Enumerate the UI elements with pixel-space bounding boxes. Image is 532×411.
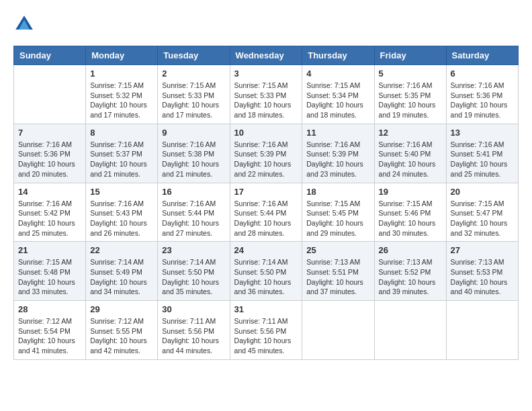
day-info: Sunrise: 7:15 AM Sunset: 5:45 PM Dayligh… [306, 199, 369, 238]
calendar-cell: 29Sunrise: 7:12 AM Sunset: 5:55 PM Dayli… [86, 301, 158, 360]
day-info: Sunrise: 7:16 AM Sunset: 5:36 PM Dayligh… [451, 81, 514, 120]
calendar-cell: 5Sunrise: 7:16 AM Sunset: 5:35 PM Daylig… [374, 65, 446, 124]
day-number: 27 [451, 245, 514, 255]
day-number: 31 [234, 304, 298, 314]
day-info: Sunrise: 7:16 AM Sunset: 5:36 PM Dayligh… [18, 140, 81, 179]
day-number: 30 [162, 304, 225, 314]
header [13, 13, 519, 35]
day-info: Sunrise: 7:11 AM Sunset: 5:56 PM Dayligh… [234, 316, 298, 356]
day-info: Sunrise: 7:13 AM Sunset: 5:51 PM Dayligh… [306, 257, 369, 297]
calendar-cell: 21Sunrise: 7:15 AM Sunset: 5:48 PM Dayli… [14, 242, 86, 301]
calendar-cell [446, 301, 518, 360]
day-info: Sunrise: 7:16 AM Sunset: 5:42 PM Dayligh… [18, 199, 81, 238]
calendar-cell: 13Sunrise: 7:16 AM Sunset: 5:41 PM Dayli… [446, 124, 518, 183]
day-number: 6 [451, 68, 514, 79]
calendar-week-5: 28Sunrise: 7:12 AM Sunset: 5:54 PM Dayli… [14, 301, 519, 360]
day-info: Sunrise: 7:15 AM Sunset: 5:33 PM Dayligh… [162, 81, 225, 120]
calendar-cell: 16Sunrise: 7:16 AM Sunset: 5:44 PM Dayli… [158, 183, 230, 242]
day-info: Sunrise: 7:12 AM Sunset: 5:54 PM Dayligh… [18, 316, 81, 356]
day-info: Sunrise: 7:16 AM Sunset: 5:44 PM Dayligh… [162, 199, 225, 238]
day-header-friday: Friday [374, 46, 446, 65]
logo-icon [13, 13, 35, 35]
day-number: 14 [18, 187, 81, 197]
day-info: Sunrise: 7:16 AM Sunset: 5:41 PM Dayligh… [451, 140, 514, 179]
day-header-sunday: Sunday [14, 46, 86, 65]
day-info: Sunrise: 7:11 AM Sunset: 5:56 PM Dayligh… [162, 316, 225, 356]
calendar-cell: 27Sunrise: 7:13 AM Sunset: 5:53 PM Dayli… [446, 242, 518, 301]
day-info: Sunrise: 7:15 AM Sunset: 5:33 PM Dayligh… [234, 81, 298, 120]
day-number: 11 [306, 128, 369, 138]
day-info: Sunrise: 7:14 AM Sunset: 5:49 PM Dayligh… [90, 257, 153, 297]
day-info: Sunrise: 7:16 AM Sunset: 5:38 PM Dayligh… [162, 140, 225, 179]
calendar-cell: 23Sunrise: 7:14 AM Sunset: 5:50 PM Dayli… [158, 242, 230, 301]
calendar-cell: 12Sunrise: 7:16 AM Sunset: 5:40 PM Dayli… [374, 124, 446, 183]
calendar-cell: 25Sunrise: 7:13 AM Sunset: 5:51 PM Dayli… [302, 242, 374, 301]
calendar-cell: 15Sunrise: 7:16 AM Sunset: 5:43 PM Dayli… [86, 183, 158, 242]
calendar-cell: 18Sunrise: 7:15 AM Sunset: 5:45 PM Dayli… [302, 183, 374, 242]
calendar-cell: 31Sunrise: 7:11 AM Sunset: 5:56 PM Dayli… [230, 301, 302, 360]
day-number: 5 [379, 68, 442, 79]
calendar-cell: 24Sunrise: 7:14 AM Sunset: 5:50 PM Dayli… [230, 242, 302, 301]
calendar-cell: 17Sunrise: 7:16 AM Sunset: 5:44 PM Dayli… [230, 183, 302, 242]
day-info: Sunrise: 7:16 AM Sunset: 5:44 PM Dayligh… [234, 199, 298, 238]
day-number: 26 [379, 245, 442, 255]
day-info: Sunrise: 7:14 AM Sunset: 5:50 PM Dayligh… [234, 257, 298, 297]
day-number: 8 [90, 128, 153, 138]
calendar-week-2: 7Sunrise: 7:16 AM Sunset: 5:36 PM Daylig… [14, 124, 519, 183]
day-number: 22 [90, 245, 153, 255]
calendar-cell: 2Sunrise: 7:15 AM Sunset: 5:33 PM Daylig… [158, 65, 230, 124]
day-number: 16 [162, 187, 225, 197]
day-number: 23 [162, 245, 225, 255]
calendar-cell: 28Sunrise: 7:12 AM Sunset: 5:54 PM Dayli… [14, 301, 86, 360]
day-number: 18 [306, 187, 369, 197]
calendar-week-1: 1Sunrise: 7:15 AM Sunset: 5:32 PM Daylig… [14, 65, 519, 124]
calendar-cell: 10Sunrise: 7:16 AM Sunset: 5:39 PM Dayli… [230, 124, 302, 183]
day-header-wednesday: Wednesday [230, 46, 302, 65]
calendar-week-4: 21Sunrise: 7:15 AM Sunset: 5:48 PM Dayli… [14, 242, 519, 301]
calendar-cell: 26Sunrise: 7:13 AM Sunset: 5:52 PM Dayli… [374, 242, 446, 301]
day-number: 1 [90, 68, 153, 79]
day-header-monday: Monday [86, 46, 158, 65]
day-info: Sunrise: 7:13 AM Sunset: 5:53 PM Dayligh… [451, 257, 514, 297]
day-number: 4 [306, 68, 369, 79]
calendar-cell: 1Sunrise: 7:15 AM Sunset: 5:32 PM Daylig… [86, 65, 158, 124]
day-info: Sunrise: 7:15 AM Sunset: 5:34 PM Dayligh… [306, 81, 369, 120]
day-info: Sunrise: 7:15 AM Sunset: 5:32 PM Dayligh… [90, 81, 153, 120]
calendar-cell: 20Sunrise: 7:15 AM Sunset: 5:47 PM Dayli… [446, 183, 518, 242]
day-info: Sunrise: 7:15 AM Sunset: 5:47 PM Dayligh… [451, 199, 514, 238]
calendar-cell: 19Sunrise: 7:15 AM Sunset: 5:46 PM Dayli… [374, 183, 446, 242]
calendar-week-3: 14Sunrise: 7:16 AM Sunset: 5:42 PM Dayli… [14, 183, 519, 242]
day-number: 24 [234, 245, 298, 255]
calendar-cell: 22Sunrise: 7:14 AM Sunset: 5:49 PM Dayli… [86, 242, 158, 301]
calendar-cell: 8Sunrise: 7:16 AM Sunset: 5:37 PM Daylig… [86, 124, 158, 183]
calendar-cell [14, 65, 86, 124]
day-number: 17 [234, 187, 298, 197]
day-number: 12 [379, 128, 442, 138]
calendar-cell: 11Sunrise: 7:16 AM Sunset: 5:39 PM Dayli… [302, 124, 374, 183]
calendar-cell: 6Sunrise: 7:16 AM Sunset: 5:36 PM Daylig… [446, 65, 518, 124]
calendar-cell: 4Sunrise: 7:15 AM Sunset: 5:34 PM Daylig… [302, 65, 374, 124]
day-number: 29 [90, 304, 153, 314]
day-number: 28 [18, 304, 81, 314]
day-info: Sunrise: 7:16 AM Sunset: 5:35 PM Dayligh… [379, 81, 442, 120]
calendar-cell: 30Sunrise: 7:11 AM Sunset: 5:56 PM Dayli… [158, 301, 230, 360]
calendar-cell [302, 301, 374, 360]
calendar-cell: 14Sunrise: 7:16 AM Sunset: 5:42 PM Dayli… [14, 183, 86, 242]
calendar-header-row: SundayMondayTuesdayWednesdayThursdayFrid… [14, 46, 519, 65]
day-number: 20 [451, 187, 514, 197]
day-info: Sunrise: 7:16 AM Sunset: 5:39 PM Dayligh… [234, 140, 298, 179]
day-info: Sunrise: 7:16 AM Sunset: 5:39 PM Dayligh… [306, 140, 369, 179]
day-info: Sunrise: 7:15 AM Sunset: 5:46 PM Dayligh… [379, 199, 442, 238]
day-header-tuesday: Tuesday [158, 46, 230, 65]
day-info: Sunrise: 7:12 AM Sunset: 5:55 PM Dayligh… [90, 316, 153, 356]
day-number: 2 [162, 68, 225, 79]
calendar-cell: 7Sunrise: 7:16 AM Sunset: 5:36 PM Daylig… [14, 124, 86, 183]
day-info: Sunrise: 7:16 AM Sunset: 5:40 PM Dayligh… [379, 140, 442, 179]
day-info: Sunrise: 7:15 AM Sunset: 5:48 PM Dayligh… [18, 257, 81, 297]
calendar-cell: 3Sunrise: 7:15 AM Sunset: 5:33 PM Daylig… [230, 65, 302, 124]
calendar-cell: 9Sunrise: 7:16 AM Sunset: 5:38 PM Daylig… [158, 124, 230, 183]
day-header-thursday: Thursday [302, 46, 374, 65]
day-info: Sunrise: 7:14 AM Sunset: 5:50 PM Dayligh… [162, 257, 225, 297]
day-number: 7 [18, 128, 81, 138]
day-info: Sunrise: 7:16 AM Sunset: 5:37 PM Dayligh… [90, 140, 153, 179]
